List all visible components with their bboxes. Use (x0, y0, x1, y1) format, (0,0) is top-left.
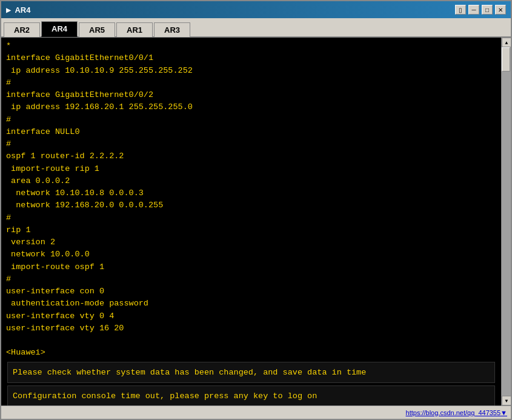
app-icon: ▶ (6, 5, 11, 15)
close-button[interactable]: ✕ (495, 5, 506, 15)
status-bar: https://blog.csdn.net/qq_447355▼ (1, 405, 511, 419)
scrollbar: ▲ ▼ (501, 38, 511, 405)
warning-box-1: Please check whether system data has bee… (7, 362, 495, 384)
scroll-up-button[interactable]: ▲ (502, 38, 511, 47)
window-controls: ▯ ─ □ ✕ (455, 5, 506, 15)
maximize-button[interactable]: □ (482, 5, 493, 15)
title-bar: ▶ AR4 ▯ ─ □ ✕ (1, 1, 511, 18)
main-window: ▶ AR4 ▯ ─ □ ✕ AR2 AR4 AR5 AR1 AR3 * inte… (0, 0, 512, 420)
restore-button[interactable]: ▯ (455, 5, 466, 15)
tab-ar3[interactable]: AR3 (154, 22, 190, 37)
scroll-down-button[interactable]: ▼ (502, 396, 511, 405)
tab-bar: AR2 AR4 AR5 AR1 AR3 (1, 18, 511, 38)
title-bar-left: ▶ AR4 (6, 5, 30, 15)
warning-text-1: Please check whether system data has bee… (13, 368, 366, 377)
minimize-button[interactable]: ─ (468, 5, 479, 15)
tab-ar2[interactable]: AR2 (4, 22, 40, 37)
window-title: AR4 (15, 5, 30, 15)
scrollbar-track[interactable] (502, 47, 511, 396)
tab-ar4[interactable]: AR4 (41, 21, 78, 37)
terminal-area: * interface GigabitEthernet0/0/1 ip addr… (1, 38, 511, 405)
tab-ar5[interactable]: AR5 (79, 22, 115, 37)
scrollbar-thumb[interactable] (502, 47, 510, 72)
terminal-text: * interface GigabitEthernet0/0/1 ip addr… (6, 40, 496, 359)
warning-box-2: Configuration console time out, please p… (7, 385, 495, 405)
tab-ar1[interactable]: AR1 (116, 22, 153, 37)
status-url[interactable]: https://blog.csdn.net/qq_447355▼ (406, 409, 507, 416)
terminal-output[interactable]: * interface GigabitEthernet0/0/1 ip addr… (1, 38, 501, 405)
warning-text-2: Configuration console time out, please p… (13, 392, 317, 401)
